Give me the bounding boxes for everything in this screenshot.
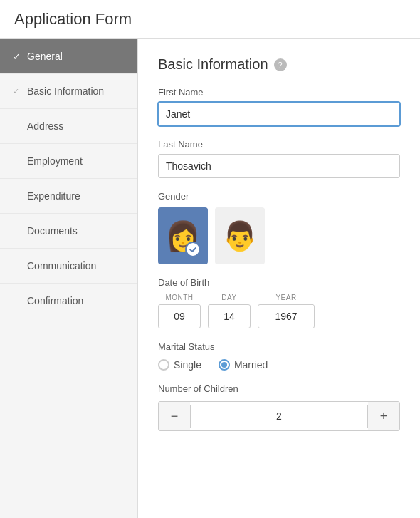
stepper-value: 2 xyxy=(190,405,368,428)
first-name-input[interactable] xyxy=(158,102,400,126)
male-avatar: 👨 xyxy=(222,222,258,250)
dob-year-group: YEAR xyxy=(258,294,315,328)
radio-married[interactable]: Married xyxy=(219,359,268,371)
sidebar-item-basic-information[interactable]: ✓ Basic Information xyxy=(0,74,137,109)
stepper-plus-button[interactable]: + xyxy=(368,402,399,430)
last-name-field-group: Last Name xyxy=(158,139,400,178)
dob-day-group: DAY xyxy=(208,294,251,328)
main-content: Basic Information ? First Name Last Name… xyxy=(138,39,420,518)
dob-day-input[interactable] xyxy=(208,304,251,328)
sidebar-item-label: Employment xyxy=(27,155,83,167)
sidebar-item-confirmation[interactable]: Confirmation xyxy=(0,284,137,318)
sidebar-item-address[interactable]: Address xyxy=(0,109,137,144)
dob-section: Date of Birth MONTH DAY YEAR xyxy=(158,277,400,328)
first-name-label: First Name xyxy=(158,87,400,98)
dob-day-label: DAY xyxy=(221,294,236,301)
sidebar-item-label: Expenditure xyxy=(27,190,80,202)
sidebar: ✓ General ✓ Basic Information Address Em… xyxy=(0,39,138,518)
sidebar-item-label: Communication xyxy=(27,260,96,271)
sidebar-item-label: Documents xyxy=(27,225,78,237)
sidebar-item-expenditure[interactable]: Expenditure xyxy=(0,179,137,214)
gender-option-female[interactable]: 👩 xyxy=(158,207,208,264)
check-icon: ✓ xyxy=(13,51,27,62)
help-icon[interactable]: ? xyxy=(274,58,287,71)
radio-single[interactable]: Single xyxy=(158,359,201,371)
dob-month-label: MONTH xyxy=(165,294,193,301)
first-name-field-group: First Name xyxy=(158,87,400,126)
last-name-input[interactable] xyxy=(158,154,400,178)
gender-section: Gender 👩 👨 xyxy=(158,191,400,264)
sidebar-item-label: Address xyxy=(27,120,63,132)
sidebar-item-general[interactable]: ✓ General xyxy=(0,39,137,74)
dob-label: Date of Birth xyxy=(158,277,400,288)
sidebar-item-label: Basic Information xyxy=(27,86,104,97)
sidebar-item-documents[interactable]: Documents xyxy=(0,214,137,249)
marital-label: Marital Status xyxy=(158,341,400,352)
dob-month-group: MONTH xyxy=(158,294,201,328)
sidebar-item-label: General xyxy=(27,51,63,62)
children-label: Number of Children xyxy=(158,383,400,394)
stepper-minus-button[interactable]: − xyxy=(159,402,190,430)
dob-year-input[interactable] xyxy=(258,304,315,328)
dob-year-label: YEAR xyxy=(275,294,296,301)
app-title: Application Form xyxy=(0,0,420,39)
gender-selected-check xyxy=(185,242,201,257)
sidebar-item-label: Confirmation xyxy=(27,295,83,306)
check-icon: ✓ xyxy=(13,87,27,96)
sidebar-item-employment[interactable]: Employment xyxy=(0,144,137,179)
dob-month-input[interactable] xyxy=(158,304,201,328)
gender-option-male[interactable]: 👨 xyxy=(215,207,265,264)
last-name-label: Last Name xyxy=(158,139,400,150)
gender-label: Gender xyxy=(158,191,400,202)
sidebar-item-communication[interactable]: Communication xyxy=(0,249,137,284)
marital-section: Marital Status Single Married xyxy=(158,341,400,371)
section-title: Basic Information ? xyxy=(158,56,400,73)
children-section: Number of Children − 2 + xyxy=(158,383,400,431)
